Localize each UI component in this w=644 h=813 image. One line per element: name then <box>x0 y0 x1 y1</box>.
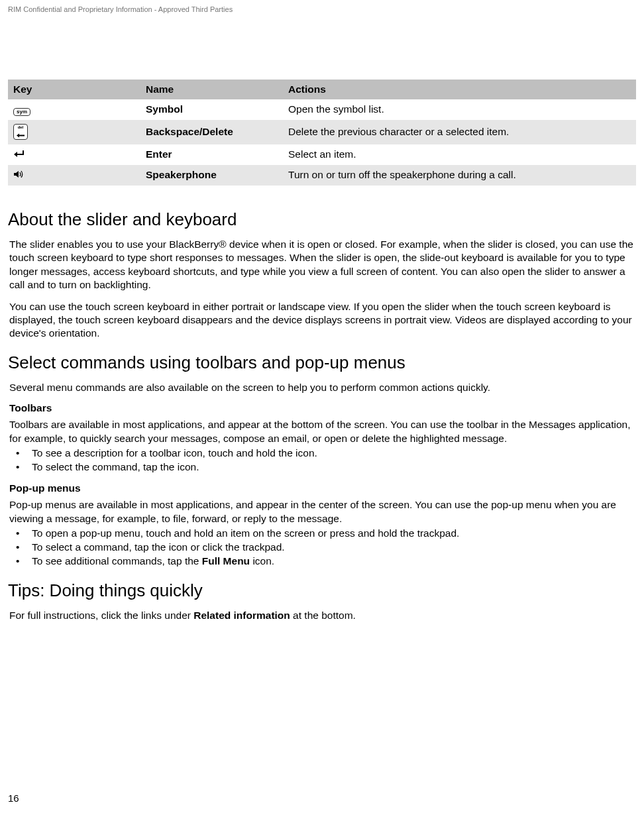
sym-key-icon: sym <box>13 104 30 116</box>
popup-list: To open a pop-up menu, touch and hold an… <box>8 527 636 569</box>
paragraph: Pop-up menus are available in most appli… <box>9 498 635 525</box>
th-actions: Actions <box>283 80 636 99</box>
cell-name: Symbol <box>140 99 283 120</box>
paragraph: The slider enables you to use your Black… <box>9 238 635 292</box>
cell-actions: Delete the previous character or a selec… <box>283 120 636 144</box>
heading-select-commands: Select commands using toolbars and pop-u… <box>8 352 636 373</box>
cell-actions: Open the symbol list. <box>283 99 636 120</box>
subhead-toolbars: Toolbars <box>9 402 635 414</box>
confidential-header: RIM Confidential and Proprietary Informa… <box>8 5 636 13</box>
delete-key-icon: del <box>13 124 28 140</box>
th-key: Key <box>8 80 140 99</box>
heading-about-slider: About the slider and keyboard <box>8 209 636 230</box>
list-item: To see additional commands, tap the Full… <box>8 555 636 569</box>
cell-name: Enter <box>140 144 283 165</box>
page-number: 16 <box>8 792 19 804</box>
th-name: Name <box>140 80 283 99</box>
list-item: To select a command, tap the icon or cli… <box>8 541 636 555</box>
paragraph: Toolbars are available in most applicati… <box>9 418 635 445</box>
paragraph: For full instructions, click the links u… <box>9 609 635 622</box>
list-item: To see a description for a toolbar icon,… <box>8 447 636 461</box>
cell-name: Backspace/Delete <box>140 120 283 144</box>
list-item: To select the command, tap the icon. <box>8 461 636 474</box>
table-row: Speakerphone Turn on or turn off the spe… <box>8 165 636 186</box>
table-row: sym Symbol Open the symbol list. <box>8 99 636 120</box>
cell-name: Speakerphone <box>140 165 283 186</box>
key-actions-table: Key Name Actions sym Symbol Open the sym… <box>8 80 636 186</box>
cell-actions: Turn on or turn off the speakerphone dur… <box>283 165 636 186</box>
cell-actions: Select an item. <box>283 144 636 165</box>
table-row: del Backspace/Delete Delete the previous… <box>8 120 636 144</box>
subhead-popup-menus: Pop-up menus <box>9 482 635 494</box>
paragraph: You can use the touch screen keyboard in… <box>9 300 635 341</box>
paragraph: Several menu commands are also available… <box>9 381 635 394</box>
enter-key-icon <box>13 149 25 161</box>
list-item: To open a pop-up menu, touch and hold an… <box>8 527 636 541</box>
heading-tips: Tips: Doing things quickly <box>8 580 636 601</box>
speakerphone-icon <box>13 170 24 182</box>
table-row: Enter Select an item. <box>8 144 636 165</box>
toolbars-list: To see a description for a toolbar icon,… <box>8 447 636 474</box>
